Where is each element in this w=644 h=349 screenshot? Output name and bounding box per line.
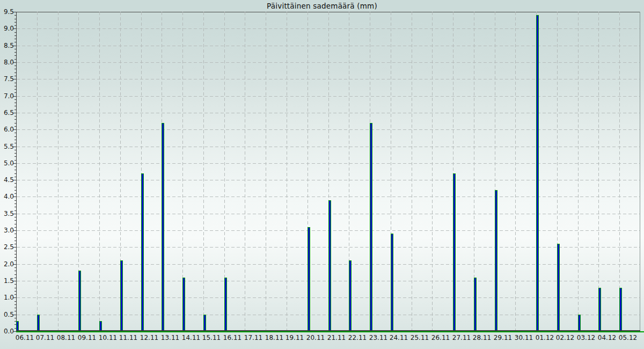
y-minor-tick bbox=[14, 140, 16, 140]
y-minor-tick bbox=[14, 72, 16, 73]
y-minor-tick bbox=[14, 227, 16, 228]
zero-baseline-line bbox=[16, 331, 644, 332]
y-minor-tick bbox=[14, 207, 16, 207]
chart-title: Päivittäinen sademäärä (mm) bbox=[0, 2, 644, 10]
x-gridline bbox=[432, 12, 433, 331]
bar-29.11 bbox=[495, 190, 497, 331]
y-tick-label: 4.5 bbox=[0, 176, 14, 184]
x-tick-label: 04.12 bbox=[595, 333, 619, 342]
x-tick-label: 21.11 bbox=[325, 333, 348, 342]
x-tick-label: 22.11 bbox=[346, 333, 369, 342]
y-minor-tick bbox=[14, 86, 16, 86]
y-minor-tick bbox=[14, 15, 16, 16]
x-tick-label: 20.11 bbox=[304, 333, 327, 342]
y-minor-tick bbox=[14, 99, 16, 100]
bar-07.11 bbox=[37, 315, 40, 331]
x-tick-label: 08.11 bbox=[54, 333, 78, 342]
y-tick-label: 3.5 bbox=[0, 210, 14, 217]
y-minor-tick bbox=[14, 42, 16, 42]
y-minor-tick bbox=[14, 251, 16, 251]
x-tick-label: 03.12 bbox=[574, 333, 598, 342]
x-tick-label: 09.11 bbox=[75, 333, 99, 342]
y-minor-tick bbox=[14, 126, 16, 127]
x-gridline bbox=[203, 12, 204, 331]
y-minor-tick bbox=[14, 116, 16, 117]
y-tick-label: 1.5 bbox=[0, 277, 14, 285]
x-gridline bbox=[412, 12, 412, 331]
x-gridline bbox=[598, 12, 599, 331]
y-minor-tick bbox=[14, 76, 16, 76]
y-minor-tick bbox=[14, 278, 16, 278]
y-tick-label: 7.0 bbox=[0, 92, 14, 100]
x-tick-label: 19.11 bbox=[283, 333, 306, 342]
bar-20.11 bbox=[308, 227, 310, 331]
y-minor-tick bbox=[14, 260, 16, 261]
y-minor-tick bbox=[14, 200, 16, 201]
y-minor-tick bbox=[14, 19, 16, 19]
x-gridline bbox=[99, 12, 100, 331]
y-minor-tick bbox=[14, 183, 16, 184]
x-tick-label: 16.11 bbox=[221, 333, 244, 342]
y-minor-tick bbox=[14, 35, 16, 36]
bar-12.11 bbox=[141, 173, 144, 331]
x-tick-label: 29.11 bbox=[491, 333, 515, 342]
bar-23.11 bbox=[370, 123, 372, 331]
y-minor-tick bbox=[14, 271, 16, 271]
x-gridline bbox=[578, 12, 579, 331]
x-gridline bbox=[245, 12, 245, 331]
y-minor-tick bbox=[14, 166, 16, 167]
rainfall-chart-figure: Päivittäinen sademäärä (mm) 0.00.51.01.5… bbox=[0, 0, 644, 349]
y-tick-label: 8.0 bbox=[0, 59, 14, 66]
y-minor-tick bbox=[14, 190, 16, 191]
y-minor-tick bbox=[14, 267, 16, 268]
y-minor-tick bbox=[14, 224, 16, 224]
y-minor-tick bbox=[14, 274, 16, 275]
bar-24.11 bbox=[391, 234, 393, 331]
y-minor-tick bbox=[14, 55, 16, 56]
y-minor-tick bbox=[14, 318, 16, 318]
plot-area bbox=[16, 12, 640, 331]
y-tick-label: 9.5 bbox=[0, 8, 14, 16]
y-minor-tick bbox=[14, 83, 16, 83]
bar-13.11 bbox=[162, 123, 164, 331]
y-minor-tick bbox=[14, 311, 16, 311]
x-tick-label: 30.11 bbox=[512, 333, 536, 342]
y-minor-tick bbox=[14, 119, 16, 120]
y-tick-label: 0.0 bbox=[0, 328, 14, 335]
y-minor-tick bbox=[14, 254, 16, 255]
y-minor-tick bbox=[14, 170, 16, 170]
y-minor-tick bbox=[14, 160, 16, 161]
y-minor-tick bbox=[14, 234, 16, 234]
x-tick-label: 25.11 bbox=[408, 333, 431, 342]
y-minor-tick bbox=[14, 301, 16, 302]
bar-16.11 bbox=[224, 278, 227, 331]
y-minor-tick bbox=[14, 173, 16, 174]
y-tick-label: 6.0 bbox=[0, 126, 14, 133]
y-minor-tick bbox=[14, 241, 16, 241]
bar-28.11 bbox=[474, 278, 477, 331]
bar-01.12 bbox=[536, 15, 539, 331]
x-tick-label: 17.11 bbox=[241, 333, 265, 342]
y-minor-tick bbox=[14, 89, 16, 90]
y-minor-tick bbox=[14, 177, 16, 177]
y-minor-tick bbox=[14, 187, 16, 187]
y-tick-label: 5.5 bbox=[0, 143, 14, 150]
x-tick-label: 12.11 bbox=[137, 333, 161, 342]
x-gridline bbox=[619, 12, 620, 331]
y-minor-tick bbox=[14, 69, 16, 69]
y-minor-tick bbox=[14, 32, 16, 33]
bar-21.11 bbox=[328, 200, 331, 331]
x-tick-label: 13.11 bbox=[158, 333, 182, 342]
y-minor-tick bbox=[14, 136, 16, 137]
y-minor-tick bbox=[14, 92, 16, 93]
y-minor-tick bbox=[14, 49, 16, 49]
y-minor-tick bbox=[14, 210, 16, 211]
y-minor-tick bbox=[14, 110, 16, 110]
x-tick-label: 24.11 bbox=[387, 333, 411, 342]
y-minor-tick bbox=[14, 39, 16, 39]
y-minor-tick bbox=[14, 217, 16, 217]
y-minor-tick bbox=[14, 203, 16, 204]
y-minor-tick bbox=[14, 103, 16, 103]
y-tick-label: 1.0 bbox=[0, 294, 14, 301]
bar-27.11 bbox=[453, 173, 456, 331]
